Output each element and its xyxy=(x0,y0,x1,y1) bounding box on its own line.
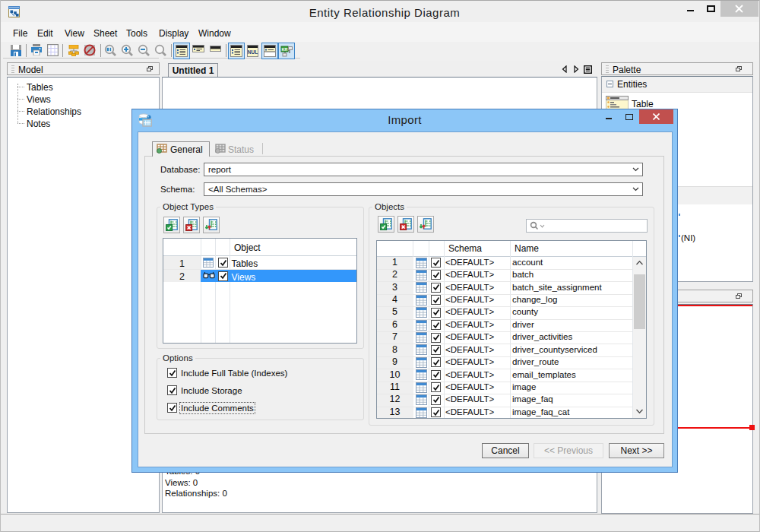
svg-text:NUL: NUL xyxy=(248,49,258,55)
svg-text:KR: KR xyxy=(282,47,288,52)
